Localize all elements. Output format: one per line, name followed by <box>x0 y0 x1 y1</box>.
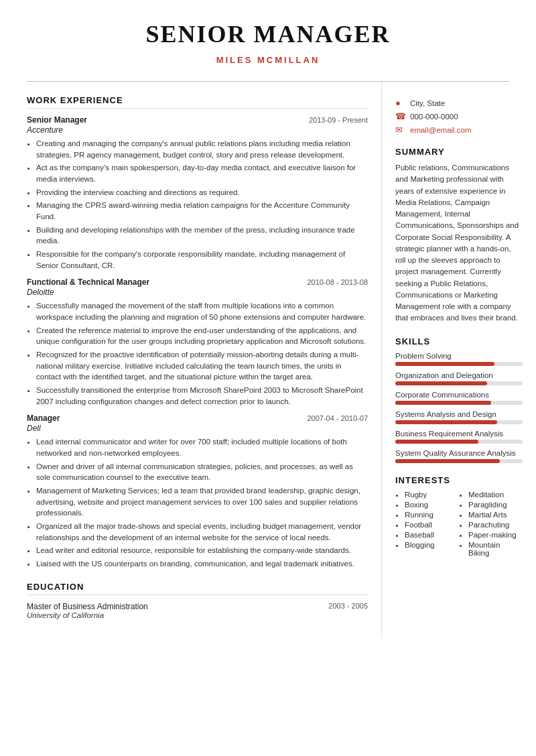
job-company-1: Accenture <box>27 125 368 135</box>
list-item: Running <box>405 511 459 519</box>
job-bullets-3: Lead internal communicator and writer fo… <box>36 436 368 569</box>
skill-bar-bg <box>395 459 523 463</box>
main-layout: WORK EXPERIENCE Senior Manager 2013-09 -… <box>0 82 536 658</box>
resume-title: SENIOR MANAGER <box>27 20 509 48</box>
skill-label: Business Requirement Analysis <box>395 430 523 438</box>
right-column: ● City, State ☎ 000-000-0000 ✉ email@ema… <box>382 82 536 638</box>
skill-item: Organization and Delegation <box>395 371 523 385</box>
skill-item: System Quality Assurance Analysis <box>395 449 523 463</box>
list-item: Paragliding <box>468 501 523 509</box>
skill-bar-fill <box>395 420 497 424</box>
interests-title: INTERESTS <box>395 475 523 485</box>
edu-dates: 2003 - 2005 <box>328 602 368 611</box>
phone-icon: ☎ <box>395 111 406 121</box>
job-header-3: Manager 2007-04 - 2010-07 <box>27 414 368 423</box>
skill-bar-bg <box>395 420 523 424</box>
edu-header: Master of Business Administration 2003 -… <box>27 602 368 611</box>
skill-bar-bg <box>395 440 523 444</box>
list-item: Meditation <box>468 491 523 499</box>
list-item: Organized all the major trade-shows and … <box>36 521 368 543</box>
list-item: Rugby <box>405 491 459 499</box>
list-item: Creating and managing the company's annu… <box>36 138 368 160</box>
skill-label: System Quality Assurance Analysis <box>395 449 523 457</box>
contact-phone: ☎ 000-000-0000 <box>395 111 523 121</box>
summary-text: Public relations, Communications and Mar… <box>395 162 523 324</box>
job-dates-2: 2010-08 - 2013-08 <box>307 278 368 286</box>
job-bullets-1: Creating and managing the company's annu… <box>36 138 368 271</box>
list-item: Baseball <box>405 531 459 539</box>
list-item: Building and developing relationships wi… <box>36 225 368 247</box>
skill-bar-bg <box>395 362 523 366</box>
phone-text: 000-000-0000 <box>410 113 458 121</box>
location-text: City, State <box>410 99 445 107</box>
list-item: Managing the CPRS award-winning media re… <box>36 200 368 222</box>
contact-section: ● City, State ☎ 000-000-0000 ✉ email@ema… <box>395 98 523 135</box>
list-item: Successfully transitioned the enterprise… <box>36 385 368 407</box>
header: SENIOR MANAGER MILES MCMILLAN <box>0 0 536 72</box>
left-column: WORK EXPERIENCE Senior Manager 2013-09 -… <box>0 82 382 638</box>
job-title-1: Senior Manager <box>27 115 87 125</box>
skill-bar-fill <box>395 381 487 385</box>
list-item: Act as the company's main spokesperson, … <box>36 162 368 184</box>
skill-item: Corporate Communications <box>395 391 523 405</box>
list-item: Liaised with the US counterparts on bran… <box>36 558 368 570</box>
job-block-1: Senior Manager 2013-09 - Present Accentu… <box>27 115 368 271</box>
skill-item: Business Requirement Analysis <box>395 430 523 444</box>
edu-degree: Master of Business Administration <box>27 602 148 611</box>
list-item: Martial Arts <box>468 511 523 519</box>
skill-bar-bg <box>395 381 523 385</box>
list-item: Blogging <box>405 541 459 549</box>
list-item: Mountain Biking <box>468 541 523 557</box>
skills-list: Problem Solving Organization and Delegat… <box>395 352 523 463</box>
summary-title: SUMMARY <box>395 147 523 157</box>
job-bullets-2: Successfully managed the movement of the… <box>36 300 368 407</box>
skill-bar-fill <box>395 459 500 463</box>
list-item: Football <box>405 521 459 529</box>
skills-title: SKILLS <box>395 336 523 346</box>
interests-col-1: RugbyBoxingRunningFootballBaseballBloggi… <box>395 491 459 559</box>
interests-grid: RugbyBoxingRunningFootballBaseballBloggi… <box>395 491 523 559</box>
resume-page: SENIOR MANAGER MILES MCMILLAN WORK EXPER… <box>0 0 536 756</box>
list-item: Management of Marketing Services; led a … <box>36 485 368 519</box>
list-item: Lead internal communicator and writer fo… <box>36 436 368 458</box>
work-experience-title: WORK EXPERIENCE <box>27 95 368 109</box>
job-dates-1: 2013-09 - Present <box>309 116 368 124</box>
job-title-2: Functional & Technical Manager <box>27 277 149 287</box>
skill-item: Problem Solving <box>395 352 523 366</box>
list-item: Providing the interview coaching and dir… <box>36 187 368 198</box>
skill-label: Corporate Communications <box>395 391 523 399</box>
job-header-2: Functional & Technical Manager 2010-08 -… <box>27 277 368 287</box>
job-company-2: Deloitte <box>27 288 368 297</box>
list-item: Responsible for the company's corporate … <box>36 249 368 271</box>
education-title: EDUCATION <box>27 582 368 595</box>
list-item: Successfully managed the movement of the… <box>36 300 368 322</box>
job-title-3: Manager <box>27 414 60 423</box>
contact-email: ✉ email@email.com <box>395 125 523 135</box>
list-item: Parachuting <box>468 521 523 529</box>
list-item: Lead writer and editorial resource, resp… <box>36 545 368 556</box>
interests-col-2: MeditationParaglidingMartial ArtsParachu… <box>459 491 523 559</box>
list-item: Recognized for the proactive identificat… <box>36 349 368 383</box>
job-block-3: Manager 2007-04 - 2010-07 Dell Lead inte… <box>27 414 368 569</box>
resume-name: MILES MCMILLAN <box>27 55 509 65</box>
location-icon: ● <box>395 98 406 108</box>
skill-item: Systems Analysis and Design <box>395 410 523 424</box>
skill-bar-bg <box>395 401 523 405</box>
job-header-1: Senior Manager 2013-09 - Present <box>27 115 368 125</box>
job-company-3: Dell <box>27 424 368 433</box>
edu-block: Master of Business Administration 2003 -… <box>27 602 368 619</box>
job-block-2: Functional & Technical Manager 2010-08 -… <box>27 277 368 407</box>
email-text: email@email.com <box>410 126 472 134</box>
list-item: Created the reference material to improv… <box>36 325 368 347</box>
edu-school: University of California <box>27 611 368 619</box>
list-item: Boxing <box>405 501 459 509</box>
email-icon: ✉ <box>395 125 406 135</box>
skill-bar-fill <box>395 401 491 405</box>
list-item: Owner and driver of all internal communi… <box>36 461 368 483</box>
job-dates-3: 2007-04 - 2010-07 <box>307 414 368 422</box>
skill-label: Systems Analysis and Design <box>395 410 523 418</box>
contact-location: ● City, State <box>395 98 523 108</box>
skill-bar-fill <box>395 440 478 444</box>
skill-bar-fill <box>395 362 494 366</box>
list-item: Paper-making <box>468 531 523 539</box>
